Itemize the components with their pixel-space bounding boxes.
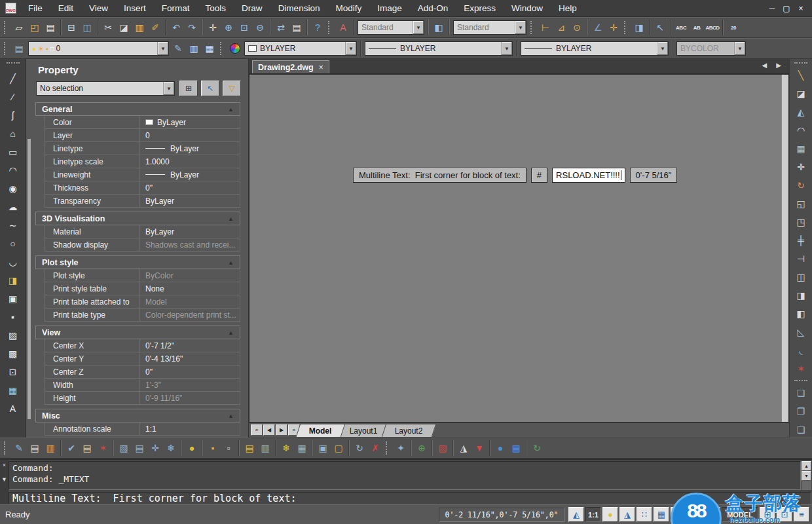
menu-draw[interactable]: Draw xyxy=(234,0,270,16)
minimize-button[interactable]: ─ xyxy=(767,4,777,13)
prop-row-print-style-table[interactable]: Print style tableNone xyxy=(45,282,240,295)
layer-previous-icon[interactable]: ▥ xyxy=(186,41,202,57)
layer-merge-icon[interactable]: ↻ xyxy=(352,440,367,457)
quick-select-button[interactable]: ▽ xyxy=(223,81,241,96)
prop-value[interactable]: Model xyxy=(140,295,240,308)
section-header-misc[interactable]: Misc▲ xyxy=(35,409,240,422)
multileader-icon[interactable]: ↖ xyxy=(652,20,668,36)
coordinates-display[interactable]: 0'-2 11/16",0'-7 5/16",0" xyxy=(439,508,564,522)
menu-edit[interactable]: Edit xyxy=(50,0,81,16)
all-layers-off-icon[interactable]: ▥ xyxy=(257,440,273,457)
find-replace-icon[interactable]: ABCD xyxy=(705,20,720,36)
annotation-scale-value-button[interactable]: 1:1 xyxy=(585,507,601,522)
prop-row-thickness[interactable]: Thickness0" xyxy=(45,181,240,195)
selection-dropdown[interactable]: No selection ▼ xyxy=(36,81,175,96)
zoom-previous-icon[interactable]: ⊖ xyxy=(252,20,268,36)
offset-icon[interactable]: ◠ xyxy=(792,122,810,138)
prop-value[interactable]: 0'-4 13/16" xyxy=(140,352,240,365)
sync-icon[interactable]: ↻ xyxy=(529,440,545,457)
cut-icon[interactable]: ✂ xyxy=(100,20,116,36)
spline-icon[interactable]: ∼ xyxy=(4,217,22,233)
lineweight-select[interactable]: BYLAYER▼ xyxy=(521,41,669,56)
dim-edit-icon[interactable]: ◨ xyxy=(631,20,647,36)
plot-preview-icon[interactable]: ◫ xyxy=(79,20,95,36)
save-file-icon[interactable]: ▤ xyxy=(43,20,58,36)
layer-on-tool-icon[interactable]: ● xyxy=(184,440,200,457)
chevron-down-icon[interactable]: ▼ xyxy=(501,42,512,55)
tab-scroll-left-icon[interactable]: ◀ xyxy=(762,62,767,69)
text-style-select[interactable]: Standard▼ xyxy=(358,20,424,35)
turn-all-layers-on-icon[interactable]: ▤ xyxy=(242,440,257,457)
arc-icon[interactable]: ◠ xyxy=(4,162,22,178)
menu-express[interactable]: Express xyxy=(456,0,504,16)
scale-list-icon[interactable]: 20 xyxy=(726,20,741,36)
lock-all-layers-icon[interactable]: ▣ xyxy=(315,440,331,457)
chevron-down-icon[interactable]: ▼ xyxy=(157,42,168,55)
section-header-3d-visualisation[interactable]: 3D Visualisation▲ xyxy=(35,212,240,225)
break-icon[interactable]: ◨ xyxy=(792,287,810,303)
scroll-down-icon[interactable]: ▼ xyxy=(802,471,811,481)
menu-window[interactable]: Window xyxy=(504,0,551,16)
restore-button[interactable]: ▢ xyxy=(782,4,791,13)
command-history[interactable]: Command:Command: _MTEXT xyxy=(9,461,801,490)
layer-off-tool-icon[interactable]: ❄ xyxy=(163,440,179,457)
circle-icon[interactable]: ◉ xyxy=(4,180,22,196)
undo-icon[interactable]: ↶ xyxy=(168,20,184,36)
move-icon[interactable]: ✛ xyxy=(792,159,810,175)
dim-style-select[interactable]: Standard▼ xyxy=(453,20,526,35)
prop-row-material[interactable]: MaterialByLayer xyxy=(45,225,240,238)
toolbar-grip[interactable] xyxy=(624,21,629,34)
ellipse-arc-icon[interactable]: ◡ xyxy=(4,253,22,270)
prop-row-width[interactable]: Width1'-3" xyxy=(45,379,240,392)
chevron-down-icon[interactable]: ▼ xyxy=(163,82,174,95)
multiline-text-icon[interactable]: A xyxy=(4,400,22,417)
print-icon[interactable]: ⊟ xyxy=(64,20,79,36)
dim-center-mark-icon[interactable]: ✛ xyxy=(606,20,621,36)
prop-value[interactable]: 0" xyxy=(140,365,240,378)
toolbar-grip[interactable] xyxy=(4,42,9,55)
menu-help[interactable]: Help xyxy=(551,0,585,16)
prop-row-center-x[interactable]: Center X0'-7 1/2" xyxy=(45,339,240,352)
prop-row-print-table-attached-to[interactable]: Print table attached toModel xyxy=(45,295,240,309)
array-icon[interactable]: ▦ xyxy=(792,140,810,157)
layer-lock-tool-icon[interactable]: ▪ xyxy=(205,440,221,457)
prop-row-center-y[interactable]: Center Y0'-4 13/16" xyxy=(45,352,240,365)
prop-row-lineweight[interactable]: LineweightByLayer xyxy=(45,168,240,181)
join-icon[interactable]: ◧ xyxy=(792,305,810,322)
collapse-icon[interactable]: ▲ xyxy=(228,329,234,336)
prop-value[interactable]: ByLayer xyxy=(140,116,240,128)
layer-make-object-current-icon[interactable]: ✎ xyxy=(11,440,27,457)
copy-clip-icon[interactable]: ◪ xyxy=(116,20,132,36)
layout-next-button[interactable]: ▶ xyxy=(276,424,287,436)
unlock-all-layers-icon[interactable]: ▢ xyxy=(331,440,346,457)
open-file-icon[interactable]: ◰ xyxy=(27,20,43,36)
scale-icon[interactable]: ◱ xyxy=(792,195,810,212)
prop-value[interactable]: 1:1 xyxy=(140,422,240,435)
layer-isolate-icon[interactable]: ▤ xyxy=(132,440,147,457)
spell-check-icon[interactable]: ABC xyxy=(673,20,689,36)
scroll-up-icon[interactable]: ▲ xyxy=(802,461,811,471)
prop-value[interactable]: ByLayer xyxy=(140,195,240,207)
chevron-down-icon[interactable]: ▼ xyxy=(515,21,526,34)
prop-value[interactable]: 1'-3" xyxy=(140,379,240,391)
polyline-icon[interactable]: ʃ xyxy=(4,107,22,123)
select-objects-button[interactable]: ↖ xyxy=(201,81,219,96)
match-properties-icon[interactable]: ✐ xyxy=(147,20,163,36)
export-pdf-icon[interactable]: ▼ xyxy=(471,440,487,457)
toolbar-grip[interactable] xyxy=(794,62,807,64)
tab-close-icon[interactable]: × xyxy=(319,63,323,72)
dim-aligned-icon[interactable]: ⊿ xyxy=(553,20,569,36)
extend-icon[interactable]: ⊣ xyxy=(792,250,810,267)
text-style-icon[interactable]: A xyxy=(335,20,351,36)
properties-palette-icon[interactable]: ⇄ xyxy=(273,20,289,36)
toolbar-grip[interactable] xyxy=(220,42,225,55)
canvas-vscrollbar[interactable] xyxy=(781,75,788,422)
mirror-icon[interactable]: ◭ xyxy=(792,103,810,120)
revision-cloud-icon[interactable]: ☁ xyxy=(4,198,22,215)
prop-row-height[interactable]: Height0'-9 11/16" xyxy=(45,392,240,405)
trim-icon[interactable]: ╪ xyxy=(792,232,810,248)
section-header-view[interactable]: View▲ xyxy=(35,326,240,339)
dwg-app-icon[interactable]: DWG xyxy=(5,3,16,14)
construction-line-icon[interactable]: ∕ xyxy=(4,88,22,105)
prop-value[interactable]: Color-dependent print st... xyxy=(140,309,240,321)
